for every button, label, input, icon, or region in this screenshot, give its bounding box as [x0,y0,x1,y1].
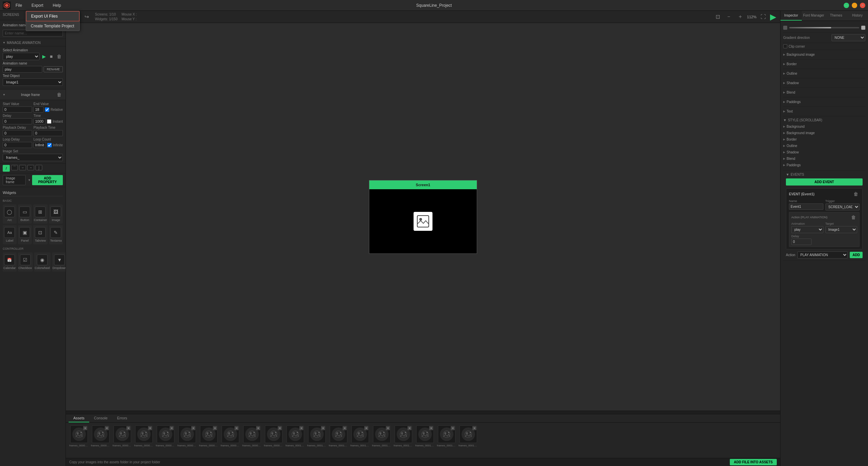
widget-tabview[interactable]: ⊡ Tabview [33,225,48,244]
action-add-btn[interactable]: ADD [850,252,863,258]
asset-item-7[interactable]: ✕ frames_0000_7.png [221,425,240,447]
tab-history[interactable]: History [847,11,868,21]
asset-item-14[interactable]: ✕ frames_0001_4.png [372,425,392,447]
asset-item-11[interactable]: ✕ frames_0001_1.png [307,425,327,447]
menu-help[interactable]: Help [51,2,63,8]
create-template-project-item[interactable]: Create Template Project [26,21,79,31]
shadow-header[interactable]: ▶ Shadow [783,80,865,86]
zoom-out-btn[interactable]: － [724,12,734,21]
tab-console[interactable]: Console [89,414,112,422]
widget-panel[interactable]: ▣ Panel [18,225,32,244]
play-btn[interactable]: ▶ [770,12,776,22]
asset-close-12[interactable]: ✕ [343,426,347,430]
ease-curve-3[interactable]: ⌢ [27,165,34,170]
widget-calendar[interactable]: 📅 Calendar [3,252,17,272]
widget-textarea[interactable]: ✎ Textarea [49,225,63,244]
asset-close-18[interactable]: ✕ [472,426,476,430]
relative-checkbox[interactable] [45,107,49,112]
asset-close-8[interactable]: ✕ [256,426,260,430]
asset-item-2[interactable]: ✕ frames_0000_2.png [113,425,132,447]
menu-file[interactable]: File [14,2,24,8]
outline-header[interactable]: ▶ Outline [783,70,865,77]
delay-input[interactable] [3,118,32,124]
loop-count-input[interactable] [33,142,46,148]
widget-checkbox[interactable]: ☑ Checkbox [18,252,33,272]
tab-font-manager[interactable]: Font Manager [802,11,825,21]
sb-shadow-header[interactable]: ▶ Shadow [783,149,865,155]
widget-button[interactable]: ▭ Button [18,204,32,224]
add-file-btn[interactable]: ADD FILE INTO ASSETS [730,459,777,465]
ease-curve-1[interactable]: ⌒ [11,165,18,170]
asset-close-11[interactable]: ✕ [321,426,325,430]
stop-animation-btn[interactable]: ■ [49,53,54,60]
asset-close-3[interactable]: ✕ [148,426,152,430]
clip-corner-checkbox[interactable] [783,44,787,48]
asset-close-0[interactable]: ✕ [83,426,87,430]
asset-item-5[interactable]: ✕ frames_0000_5.png [177,425,197,447]
image-frame-header[interactable]: ▼ Image frame 🗑 [0,90,66,100]
widget-dropdown[interactable]: ▼ Dropdown [52,252,66,272]
close-btn[interactable]: ✕ [860,3,865,8]
asset-item-8[interactable]: ✕ frames_0000_8.png [242,425,262,447]
playback-time-input[interactable] [33,130,63,136]
asset-item-4[interactable]: ✕ frames_0000_4.png [156,425,175,447]
action-select[interactable]: PLAY ANIMATION [797,251,848,259]
add-event-btn[interactable]: ADD EVENT [786,178,863,186]
sb-border-header[interactable]: ▶ Border [783,136,865,143]
loop-delay-input[interactable] [3,142,32,148]
delete-action-btn[interactable]: 🗑 [850,214,857,221]
asset-item-3[interactable]: ✕ frames_0000_3.png [134,425,154,447]
asset-close-6[interactable]: ✕ [213,426,217,430]
target-select[interactable]: Image1 [825,226,858,233]
delete-event-btn[interactable]: 🗑 [852,191,860,197]
animation-field-select[interactable]: play [791,226,823,233]
asset-close-2[interactable]: ✕ [126,426,130,430]
delete-image-frame-btn[interactable]: 🗑 [55,91,63,98]
asset-item-0[interactable]: ✕ frames_0000_0.png [69,425,89,447]
asset-item-13[interactable]: ✕ frames_0001_3.png [350,425,370,447]
asset-close-5[interactable]: ✕ [191,426,195,430]
asset-item-10[interactable]: ✕ frames_0001_0.png [286,425,305,447]
test-object-select[interactable]: Image1 [3,78,63,86]
asset-item-1[interactable]: ✕ frames_0000_1.png [91,425,110,447]
tab-assets[interactable]: Assets [69,414,89,422]
text-header[interactable]: ▶ Text [783,108,865,115]
asset-item-6[interactable]: ✕ frames_0000_6.png [199,425,219,447]
widget-container[interactable]: ⊞ Container [33,204,48,224]
asset-item-16[interactable]: ✕ frames_0001_6.png [415,425,435,447]
delay-field-input[interactable] [791,239,812,245]
trigger-select[interactable]: SCREEN_LOADED [825,203,860,211]
zoom-in-btn[interactable]: ＋ [736,12,745,21]
zoom-fullscreen-btn[interactable]: ⛶ [759,13,768,21]
zoom-fit-btn[interactable]: ⊡ [714,13,722,21]
export-ui-files-item[interactable]: Export UI Files [26,11,79,21]
minimize-btn[interactable]: — [844,3,849,8]
asset-close-9[interactable]: ✕ [278,426,282,430]
asset-item-17[interactable]: ✕ frames_0001_7.png [437,425,456,447]
rename-btn[interactable]: RENAME [44,66,63,72]
ease-linear-btn[interactable]: / [3,165,10,172]
animation-name2-input[interactable] [3,66,42,73]
widget-image[interactable]: 🖼 Image [49,204,63,224]
asset-item-12[interactable]: ✕ frames_0001_2.png [329,425,348,447]
asset-close-13[interactable]: ✕ [364,426,368,430]
play-animation-btn[interactable]: ▶ [41,53,47,60]
ease-curve-4[interactable]: ⌡ [35,165,42,170]
widget-label[interactable]: Aa Label [3,225,17,244]
asset-item-15[interactable]: ✕ frames_0001_5.png [394,425,413,447]
animation-select[interactable]: play [3,53,40,60]
paddings-header[interactable]: ▶ Paddings [783,99,865,105]
border-header[interactable]: ▶ Border [783,61,865,67]
time-input[interactable] [33,118,46,124]
asset-close-7[interactable]: ✕ [234,426,239,430]
redo-btn[interactable]: ↪ [82,13,91,21]
sb-blend-header[interactable]: ▶ Blend [783,155,865,162]
background-image-header[interactable]: ▶ Background image [783,51,865,58]
widget-colorwheel[interactable]: ◉ Colorwheel [34,252,51,272]
gradient-slider[interactable] [789,27,859,28]
instant-checkbox[interactable] [47,119,51,124]
asset-item-18[interactable]: ✕ frames_0001_8.png [458,425,478,447]
sb-background-header[interactable]: ▶ Background [783,123,865,130]
delete-animation-btn[interactable]: 🗑 [55,53,63,60]
asset-close-17[interactable]: ✕ [451,426,455,430]
